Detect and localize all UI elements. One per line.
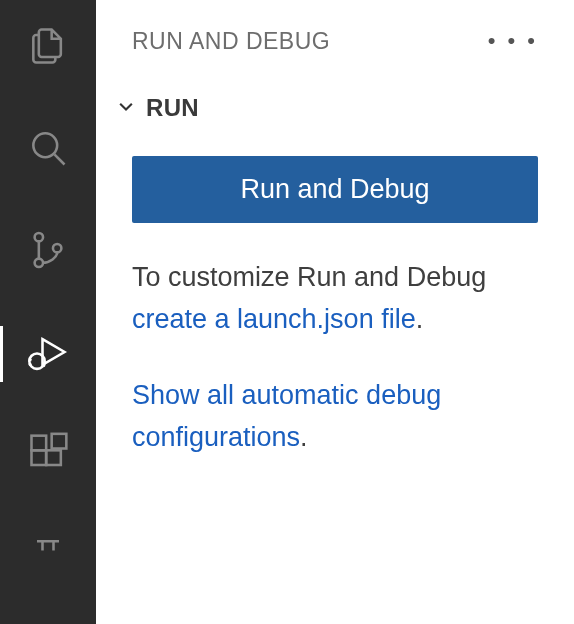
svg-rect-12	[52, 434, 67, 449]
svg-point-0	[33, 133, 57, 157]
activity-search[interactable]	[0, 118, 96, 182]
section-header-run[interactable]: RUN	[96, 72, 574, 144]
panel-title: RUN AND DEBUG	[132, 28, 330, 55]
svg-rect-10	[46, 450, 61, 465]
svg-line-8	[43, 365, 46, 366]
files-icon	[26, 24, 70, 72]
run-debug-panel: RUN AND DEBUG • • • RUN Run and Debug To…	[96, 0, 574, 624]
activity-extensions[interactable]	[0, 424, 96, 488]
panel-header: RUN AND DEBUG • • •	[96, 0, 574, 72]
svg-line-7	[29, 364, 32, 365]
run-debug-icon	[26, 330, 70, 378]
search-icon	[26, 126, 70, 174]
panel-more-icon[interactable]: • • •	[484, 24, 538, 58]
svg-line-6	[29, 359, 32, 360]
show-all-configs-link[interactable]: Show all automatic debug configurations	[132, 380, 441, 452]
create-launch-json-link[interactable]: create a launch.json file	[132, 304, 416, 334]
desc-suffix: .	[416, 304, 424, 334]
svg-point-3	[35, 259, 43, 267]
svg-rect-9	[32, 450, 47, 465]
show-all-suffix: .	[300, 422, 308, 452]
extensions-icon	[26, 432, 70, 480]
chevron-down-icon	[112, 92, 140, 124]
panel-body: Run and Debug To customize Run and Debug…	[96, 144, 574, 458]
section-title: RUN	[146, 94, 199, 122]
svg-rect-11	[32, 436, 47, 451]
svg-point-2	[35, 233, 43, 241]
activity-source-control[interactable]	[0, 220, 96, 284]
activity-run-debug[interactable]	[0, 322, 96, 386]
activity-bar	[0, 0, 96, 624]
show-all-description: Show all automatic debug configurations.	[132, 375, 538, 459]
svg-line-1	[54, 154, 64, 164]
desc-prefix: To customize Run and Debug	[132, 262, 486, 292]
activity-more[interactable]	[0, 526, 96, 590]
customize-description: To customize Run and Debug create a laun…	[132, 257, 538, 341]
svg-point-4	[53, 244, 61, 252]
generic-icon	[26, 534, 70, 582]
activity-explorer[interactable]	[0, 16, 96, 80]
run-and-debug-button[interactable]: Run and Debug	[132, 156, 538, 223]
source-control-icon	[26, 228, 70, 276]
